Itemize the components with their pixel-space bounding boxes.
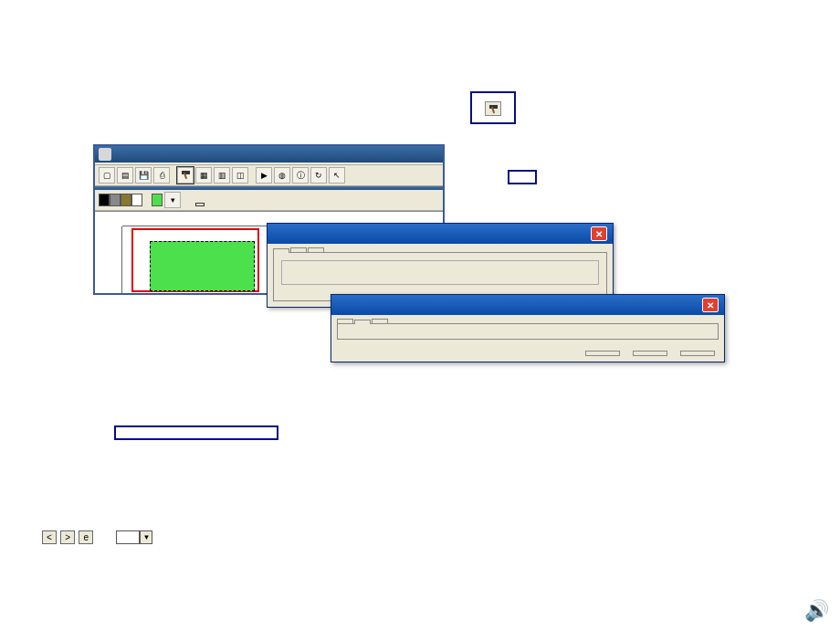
options-dialog-measure-units: ✕ <box>331 294 725 362</box>
info-icon[interactable]: ⓘ <box>292 167 309 184</box>
refresh-icon[interactable]: ↻ <box>310 167 327 184</box>
palette-dropdown[interactable]: ▾ <box>164 192 181 208</box>
cancel-button[interactable] <box>633 351 667 356</box>
ok-button[interactable] <box>585 351 620 356</box>
color-olive[interactable] <box>121 194 131 206</box>
tab-strip <box>268 244 613 252</box>
tab-measure-units[interactable] <box>290 247 307 252</box>
callout-click-icon <box>470 91 516 124</box>
callout-measure-button <box>508 170 537 184</box>
polygon-color[interactable] <box>152 194 163 206</box>
run-icon[interactable]: ▶ <box>256 167 272 184</box>
dialog-title-bar-front: ✕ <box>331 295 724 315</box>
globe-icon[interactable]: ◍ <box>274 167 290 184</box>
print-icon[interactable]: ⎙ <box>153 167 170 184</box>
properties-tooltip <box>195 203 205 206</box>
tab-general[interactable] <box>337 319 353 323</box>
next-spin-icon: > <box>60 530 75 544</box>
footer-description: < > e ▼ <box>42 526 807 547</box>
app-icon <box>99 148 111 161</box>
grid-icon[interactable]: ▥ <box>214 167 230 184</box>
color-black[interactable] <box>99 194 110 206</box>
measure-units-panel <box>337 323 719 340</box>
tab-graphics[interactable] <box>308 247 324 252</box>
e-button-icon: e <box>79 530 93 544</box>
color-palette: ▾ <box>95 190 443 211</box>
hammer-icon <box>485 101 501 116</box>
help-button[interactable] <box>680 351 715 356</box>
unit-dropdown-icon: ▼ <box>116 530 152 544</box>
prev-spin-icon: < <box>42 530 57 544</box>
close-icon[interactable]: ✕ <box>702 298 719 312</box>
toolbar: ▢ ▤ 💾 ⎙ ▦ ▥ ◫ ▶ ◍ ⓘ ↻ ↖ <box>95 165 443 186</box>
save-icon[interactable]: 💾 <box>135 167 152 184</box>
dialog-buttons <box>331 345 724 362</box>
color-white[interactable] <box>131 194 142 206</box>
callout-open-measure-system <box>114 425 278 440</box>
dialog-title-bar: ✕ <box>268 224 613 244</box>
pointer-icon[interactable]: ↖ <box>329 167 345 184</box>
app-title-bar <box>95 146 443 163</box>
properties-hammer-icon[interactable] <box>177 167 194 184</box>
color-gray[interactable] <box>110 194 121 206</box>
polygon-shape[interactable] <box>150 241 255 291</box>
chart-icon[interactable]: ◫ <box>232 167 248 184</box>
open-icon[interactable]: ▤ <box>117 167 133 184</box>
sound-icon[interactable]: 🔊 <box>804 599 829 623</box>
scale-icon[interactable]: ▦ <box>195 167 212 184</box>
ruler-vertical <box>95 226 122 293</box>
tab-measure-units[interactable] <box>354 320 371 324</box>
tab-strip-front <box>331 315 724 323</box>
close-icon[interactable]: ✕ <box>591 226 607 241</box>
new-icon[interactable]: ▢ <box>99 167 115 184</box>
tab-graphics[interactable] <box>372 319 388 323</box>
tab-general[interactable] <box>273 248 289 253</box>
